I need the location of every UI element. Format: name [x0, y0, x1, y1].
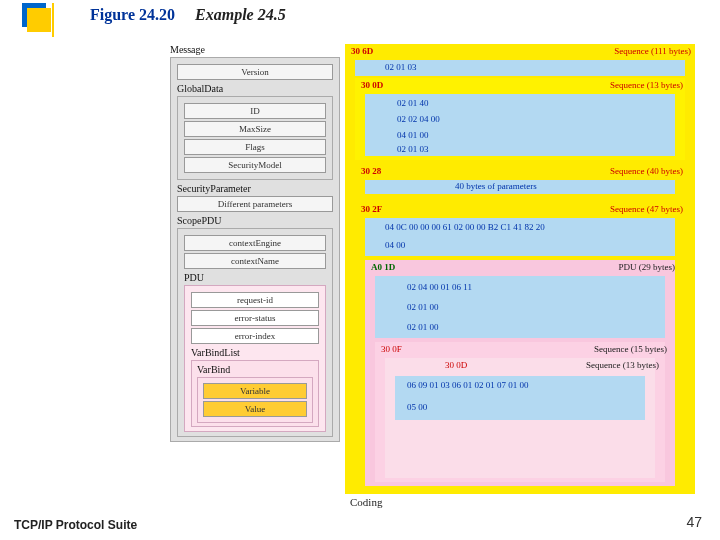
label-coding: Coding: [350, 496, 382, 508]
seq-globaldata: Sequence (13 bytes): [610, 80, 683, 90]
box-contextengine: contextEngine: [184, 235, 326, 251]
box-maxsize: MaxSize: [184, 121, 326, 137]
val-variable: 06 09 01 03 06 01 02 01 07 01 00: [407, 380, 529, 390]
label-globaldata: GlobalData: [177, 83, 333, 94]
label-message: Message: [170, 44, 340, 55]
hdr-message: 30 6D: [351, 46, 373, 56]
label-varbindlist: VarBindList: [191, 347, 319, 358]
val-contextengine: 04 0C 00 00 00 61 02 00 00 B2 C1 41 82 2…: [385, 222, 545, 232]
val-value: 05 00: [407, 402, 427, 412]
snmp-encoding-diagram: Message Version GlobalData ID MaxSize Fl…: [170, 44, 710, 494]
box-variable: Variable: [203, 383, 307, 399]
seq-securityparam: Sequence (40 bytes): [610, 166, 683, 176]
val-securitymodel: 02 01 03: [397, 144, 429, 154]
label-varbind: VarBind: [197, 364, 313, 375]
box-diffparams: Different parameters: [177, 196, 333, 212]
hdr-securityparam: 30 28: [361, 166, 381, 176]
hdr-scopepdu: 30 2F: [361, 204, 382, 214]
val-requestid: 02 04 00 01 06 11: [407, 282, 472, 292]
box-version: Version: [177, 64, 333, 80]
val-maxsize: 02 02 04 00: [397, 114, 440, 124]
box-errorindex: error-index: [191, 328, 319, 344]
hdr-varbind: 30 0D: [445, 360, 467, 370]
label-securityparam: SecurityParameter: [177, 183, 333, 194]
box-flags: Flags: [184, 139, 326, 155]
box-id: ID: [184, 103, 326, 119]
example-number: Example 24.5: [195, 6, 286, 23]
box-requestid: request-id: [191, 292, 319, 308]
seq-pdu: PDU (29 bytes): [619, 262, 676, 272]
seq-message: Sequence (111 bytes): [614, 46, 691, 56]
page-number: 47: [686, 514, 702, 530]
label-scopepdu: ScopePDU: [177, 215, 333, 226]
slide-logo: [22, 3, 56, 37]
seq-varbindlist: Sequence (15 bytes): [594, 344, 667, 354]
box-contextname: contextName: [184, 253, 326, 269]
footer-text: TCP/IP Protocol Suite: [14, 518, 137, 532]
val-contextname: 04 00: [385, 240, 405, 250]
seq-varbind: Sequence (13 bytes): [586, 360, 659, 370]
hdr-globaldata: 30 0D: [361, 80, 383, 90]
val-version: 02 01 03: [385, 62, 417, 72]
box-value: Value: [203, 401, 307, 417]
box-securitymodel: SecurityModel: [184, 157, 326, 173]
hdr-varbindlist: 30 0F: [381, 344, 402, 354]
hdr-pdu: A0 1D: [371, 262, 395, 272]
val-flags: 04 01 00: [397, 130, 429, 140]
val-id: 02 01 40: [397, 98, 429, 108]
label-pdu: PDU: [184, 272, 326, 283]
val-errorstatus: 02 01 00: [407, 302, 439, 312]
box-errorstatus: error-status: [191, 310, 319, 326]
val-securityparam: 40 bytes of parameters: [455, 181, 537, 191]
seq-scopepdu: Sequence (47 bytes): [610, 204, 683, 214]
figure-number: Figure 24.20: [90, 6, 175, 23]
slide-title: Figure 24.20 Example 24.5: [90, 6, 286, 24]
val-errorindex: 02 01 00: [407, 322, 439, 332]
